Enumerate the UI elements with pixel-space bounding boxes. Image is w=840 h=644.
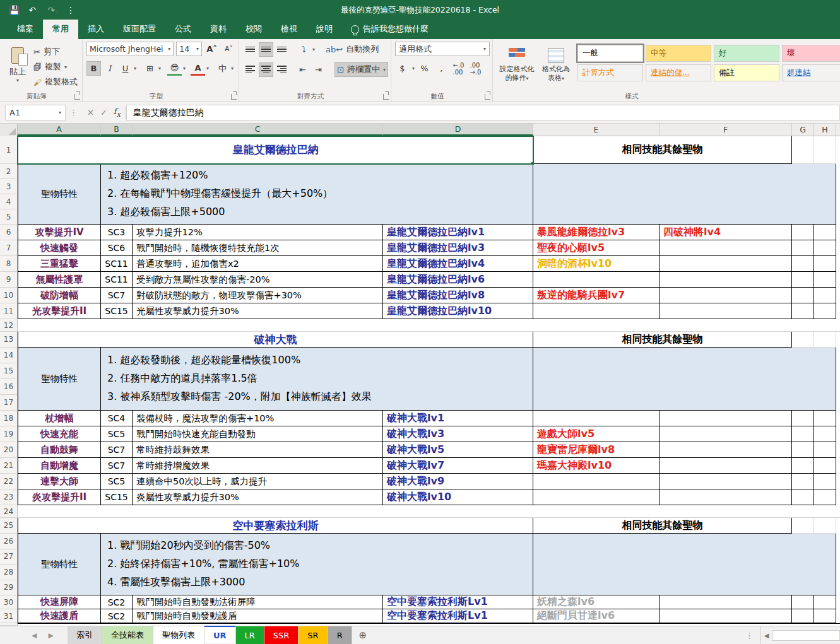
skill-sc-cell[interactable]: SC15 [101,303,133,319]
row-header-23[interactable]: 23 [0,489,18,505]
row-header-3[interactable]: 3 [0,179,18,194]
cell-g[interactable] [792,595,814,609]
currency-icon[interactable]: $ [395,61,410,76]
customize-qat-icon[interactable]: ⋮ [66,5,75,15]
skill-desc-cell[interactable]: 常時維持鼓舞效果 [133,442,383,458]
number-dialog-launcher[interactable] [485,94,490,100]
cell-h[interactable] [814,442,836,458]
insert-function-icon[interactable]: fx [114,107,121,119]
row-header-20[interactable]: 20 [0,442,18,458]
cell-style-8[interactable]: 備註 [714,64,779,81]
skill-desc-cell[interactable]: 戰鬥開始時自動發動法術屏障 [133,595,383,609]
cell-style-6[interactable]: 計算方式 [577,64,643,81]
skill-name-cell[interactable]: 快速屏障 [18,595,101,609]
skill-relic-cell[interactable]: 空中要塞索拉利斯Lv1 [383,595,533,609]
column-header-C[interactable]: C [133,124,383,136]
cut-button[interactable]: ✂剪下 [32,44,80,59]
skill-desc-cell[interactable]: 裝備杖時，魔法攻擊的傷害+10% [133,411,383,426]
row-header-7[interactable]: 7 [0,240,18,256]
skill-sc-cell[interactable]: SC11 [101,256,133,272]
other-relic-cell-1[interactable]: 龍寶雷尼庫爾lv8 [533,442,660,458]
row-header-2[interactable]: 2 [0,164,18,179]
other-relic-cell-1[interactable]: 絕斷門貝甘達lv6 [533,609,660,623]
cell-g[interactable] [792,272,814,288]
undo-icon[interactable]: ↶▾ [28,5,38,15]
name-box[interactable]: A1 ▾ [5,105,66,120]
column-header-D[interactable]: D [383,124,533,136]
other-relic-cell-2[interactable]: 四破神將lv4 [660,225,792,240]
skill-sc-cell[interactable]: SC2 [101,609,133,623]
row-header-17[interactable]: 17 [0,395,18,411]
other-relic-cell-1[interactable] [533,303,660,319]
section-title-cell[interactable]: 皇龍艾爾德拉巴納 [18,136,533,164]
other-relic-cell-2[interactable] [660,272,792,288]
sheet-tab-SSR[interactable]: SSR [264,626,299,644]
cell-g[interactable] [792,256,814,272]
sheet-tab-索引[interactable]: 索引 [68,626,102,644]
other-relic-cell-2[interactable] [660,303,792,319]
other-relic-cell-2[interactable] [660,458,792,474]
skill-sc-cell[interactable]: SC7 [101,442,133,458]
skill-relic-cell[interactable]: 破神大戰lv5 [383,442,533,458]
column-header-H[interactable]: H [814,124,836,136]
row-header-11[interactable]: 11 [0,303,18,319]
trait-text-cell[interactable]: 1. 超必殺傷害+120%2. 在每輪戰鬥中物理傷害緩慢提升（最大+50%）3.… [101,164,533,225]
cell-h[interactable] [814,474,836,489]
row-header-10[interactable]: 10 [0,288,18,303]
save-icon[interactable]: 💾 [9,5,20,15]
row-header-9[interactable]: 9 [0,272,18,288]
cell-style-9[interactable]: 超連結 [782,64,840,81]
other-relic-cell-2[interactable] [660,474,792,489]
cell-g[interactable] [792,426,814,442]
sheet-tab-聖物列表[interactable]: 聖物列表 [153,626,204,644]
skill-desc-cell[interactable]: 常時維持增魔效果 [133,458,383,474]
skill-desc-cell[interactable]: 戰鬥開始時快速充能自動發動 [133,426,383,442]
other-relic-cell-2[interactable] [660,288,792,303]
trait-label-cell[interactable]: 聖物特性 [18,534,101,595]
cell-h[interactable] [814,136,836,164]
align-bottom-icon[interactable] [275,42,289,57]
skill-relic-cell[interactable]: 皇龍艾爾德拉巴納lv10 [383,303,533,319]
cell-g[interactable] [792,474,814,489]
alignment-dialog-launcher[interactable] [383,94,389,100]
cell-g[interactable] [792,609,814,623]
scrollbar-thumb[interactable] [772,630,840,641]
other-relic-cell-2[interactable] [660,609,792,623]
ribbon-tab-公式[interactable]: 公式 [165,20,201,39]
decrease-font-icon[interactable]: Aˇ [222,42,236,56]
underline-button[interactable]: U [118,61,133,76]
skill-relic-cell[interactable]: 皇龍艾爾德拉巴納lv6 [383,272,533,288]
paste-button[interactable]: 貼上 ▾ [4,42,32,88]
skill-name-cell[interactable]: 攻擊提升IV [18,225,101,240]
wrap-text-button[interactable]: ab↩ 自動換列 [324,42,381,57]
fill-color-icon[interactable]: 😎︎ [167,61,182,76]
skill-desc-cell[interactable]: 戰鬥開始時自動發動護盾 [133,609,383,623]
row-header-13[interactable]: 13 [0,332,18,348]
skill-name-cell[interactable]: 快速護盾 [18,609,101,623]
cell-h[interactable] [814,256,836,272]
row-header-15[interactable]: 15 [0,363,18,379]
other-relic-cell-1[interactable]: 叛逆的龍騎兵團lv7 [533,288,660,303]
column-header-G[interactable]: G [792,124,814,136]
trait-text-cell[interactable]: 1. 超必殺發動後，超必殺能量槽恢復100%2. 任務中敵方的道具掉落率1.5倍… [101,348,533,411]
skill-desc-cell[interactable]: 受到敵方無屬性攻擊的傷害-20% [133,272,383,288]
align-right-icon[interactable] [275,62,289,77]
skill-relic-cell[interactable]: 皇龍艾爾德拉巴納lv8 [383,288,533,303]
section-title-cell[interactable]: 破神大戰 [18,332,533,348]
skill-relic-cell[interactable]: 破神大戰lv7 [383,458,533,474]
row-header-12[interactable]: 12 [0,319,18,332]
decrease-indent-icon[interactable]: ⇤ [295,62,310,77]
other-relic-cell-2[interactable] [660,256,792,272]
cell-h[interactable] [814,240,836,256]
skill-relic-cell[interactable]: 皇龍艾爾德拉巴納lv4 [383,256,533,272]
ribbon-tab-常用[interactable]: 常用 [43,20,78,39]
skill-relic-cell[interactable]: 空中要塞索拉利斯Lv1 [383,609,533,623]
column-header-A[interactable]: A [18,124,101,136]
confirm-entry-icon[interactable]: ✓ [100,108,107,117]
sheet-tab-LR[interactable]: LR [236,626,264,644]
decrease-decimal-icon[interactable]: .00→.0 [468,61,483,76]
italic-button[interactable]: I [102,61,117,76]
other-relic-cell-1[interactable] [533,474,660,489]
ribbon-tab-檢視[interactable]: 檢視 [271,20,307,39]
row-header-19[interactable]: 19 [0,426,18,442]
